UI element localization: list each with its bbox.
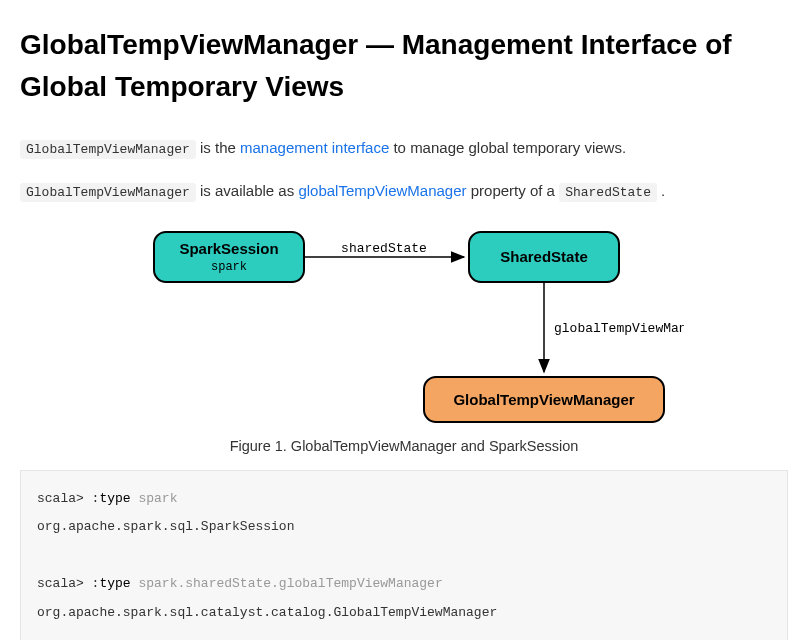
architecture-diagram: SparkSession spark sharedState SharedSta… <box>124 222 684 432</box>
text: is available as <box>196 182 299 199</box>
link-globaltempviewmanager[interactable]: globalTempViewManager <box>298 182 466 199</box>
paragraph-1: GlobalTempViewManager is the management … <box>20 136 788 161</box>
link-management-interface[interactable]: management interface <box>240 139 389 156</box>
text: property of a <box>467 182 560 199</box>
figure-caption: Figure 1. GlobalTempViewManager and Spar… <box>20 438 788 454</box>
text: . <box>657 182 665 199</box>
code-line: scala> :type spark.sharedState.globalTem… <box>37 576 443 591</box>
code-inline: GlobalTempViewManager <box>20 140 196 159</box>
code-block: scala> :type spark org.apache.spark.sql.… <box>20 470 788 640</box>
page-title: GlobalTempViewManager — Management Inter… <box>20 24 788 108</box>
paragraph-2: GlobalTempViewManager is available as gl… <box>20 179 788 204</box>
text: to manage global temporary views. <box>389 139 626 156</box>
diagram-sharedstate-edge-label: sharedState <box>341 241 427 256</box>
code-inline: SharedState <box>559 183 657 202</box>
diagram-sharedstate-label: SharedState <box>500 248 588 265</box>
code-inline: GlobalTempViewManager <box>20 183 196 202</box>
diagram-sparksession-sublabel: spark <box>211 260 247 274</box>
text: is the <box>196 139 240 156</box>
code-line: org.apache.spark.sql.catalyst.catalog.Gl… <box>37 605 497 620</box>
diagram-gtvm-edge-label: globalTempViewManager <box>554 321 684 336</box>
diagram-gtvm-label: GlobalTempViewManager <box>453 391 634 408</box>
code-line: org.apache.spark.sql.SparkSession <box>37 519 294 534</box>
code-line: scala> :type spark <box>37 491 177 506</box>
diagram-sparksession-label: SparkSession <box>179 240 278 257</box>
